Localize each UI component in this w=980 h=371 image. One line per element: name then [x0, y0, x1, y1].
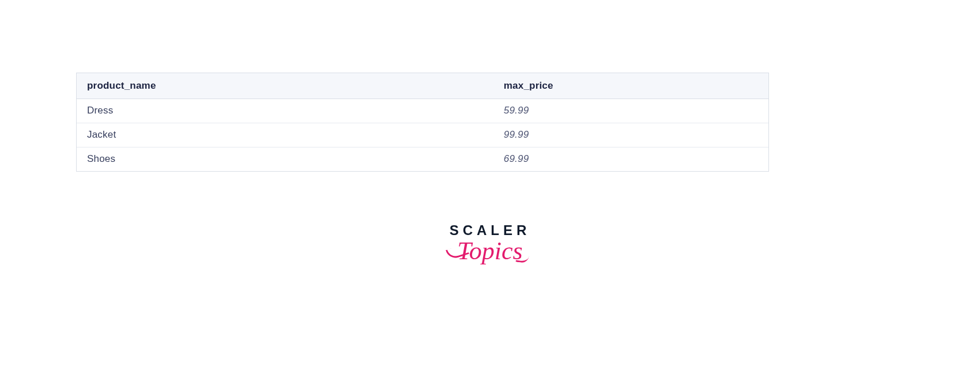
- page: product_name max_price Dress 59.99 Jacke…: [0, 0, 980, 371]
- table: product_name max_price Dress 59.99 Jacke…: [77, 73, 768, 171]
- table-header-row: product_name max_price: [77, 73, 768, 99]
- result-table: product_name max_price Dress 59.99 Jacke…: [76, 73, 769, 172]
- table-row: Dress 59.99: [77, 99, 768, 123]
- cell-max-price: 99.99: [493, 123, 768, 147]
- logo-line-topics: Topics: [457, 238, 522, 264]
- logo-line-scaler: SCALER: [450, 224, 531, 237]
- cell-product-name: Dress: [77, 99, 493, 123]
- table-row: Shoes 69.99: [77, 147, 768, 171]
- table-row: Jacket 99.99: [77, 123, 768, 147]
- scaler-topics-logo: SCALER Topics: [0, 224, 980, 268]
- col-header-max-price: max_price: [493, 73, 768, 99]
- logo-line-topics-wrap: Topics: [0, 238, 980, 268]
- cell-product-name: Jacket: [77, 123, 493, 147]
- cell-max-price: 59.99: [493, 99, 768, 123]
- cell-max-price: 69.99: [493, 147, 768, 171]
- col-header-product-name: product_name: [77, 73, 493, 99]
- cell-product-name: Shoes: [77, 147, 493, 171]
